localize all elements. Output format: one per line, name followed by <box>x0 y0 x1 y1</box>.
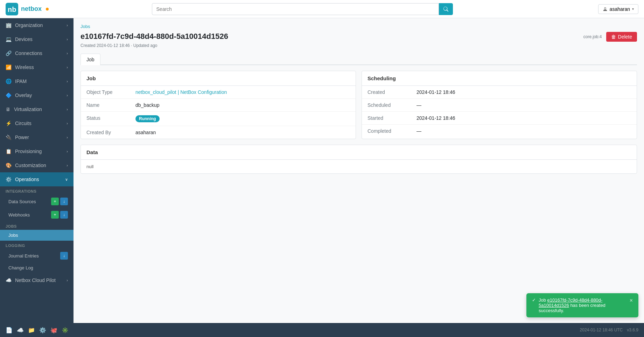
page-title: e10167fd-7c9d-48d4-880d-5a10014d1526 <box>80 32 228 41</box>
circuits-icon: ⚡ <box>6 121 12 126</box>
toast-notification: ✓ Job e10167fd-7c9d-48d4-880d-5a10014d15… <box>526 293 638 317</box>
bottom-icon-cluster[interactable]: ✳️ <box>62 327 69 333</box>
sidebar-item-devices[interactable]: 💻 Devices › <box>0 32 74 46</box>
chevron-icon: › <box>66 93 68 97</box>
sidebar-item-connections[interactable]: 🔗 Connections › <box>0 46 74 60</box>
toast-close-button[interactable]: × <box>630 297 633 304</box>
page-header: e10167fd-7c9d-48d4-880d-5a10014d1526 cor… <box>80 32 637 42</box>
sidebar-item-overlay[interactable]: 🔷 Overlay › <box>0 88 74 102</box>
customization-icon: 🎨 <box>6 163 12 168</box>
scheduling-info-table: Created 2024-01-12 18:46 Scheduled — Sta… <box>362 86 637 137</box>
chevron-icon: › <box>66 79 68 83</box>
logo-area: nb netbox <box>6 3 79 15</box>
data-card-header: Data <box>81 145 637 160</box>
sidebar-label-wireless: Wireless <box>15 64 34 70</box>
webhooks-label: Webhooks <box>8 212 30 218</box>
webhooks-import-button[interactable]: ↓ <box>60 211 68 219</box>
data-card-body: null <box>81 160 637 173</box>
sidebar-section-logging: LOGGING <box>0 241 74 249</box>
bottombar: 📄 ☁️ 📁 ⚙️ 🐙 ✳️ 2024-01-12 18:46 UTC v3.6… <box>0 323 644 337</box>
sidebar-item-wireless[interactable]: 📶 Wireless › <box>0 60 74 74</box>
webhooks-add-button[interactable]: + <box>51 211 59 219</box>
sidebar-item-netbox-cloud-pilot[interactable]: ☁️ Netbox Cloud Pilot › <box>0 273 74 287</box>
power-icon: 🔌 <box>6 135 12 140</box>
data-card: Data null <box>80 145 637 174</box>
scheduling-card: Scheduling Created 2024-01-12 18:46 Sche… <box>362 71 637 139</box>
page-subtitle: Created 2024-01-12 18:46 · Updated ago <box>80 43 637 48</box>
layout: 🏢 Organization › 💻 Devices › 🔗 Connectio… <box>0 18 644 323</box>
sidebar-label-cloud-pilot: Netbox Cloud Pilot <box>15 277 56 283</box>
created-by-label: Created By <box>81 126 130 139</box>
tab-job-label: Job <box>86 57 94 62</box>
sidebar-label-power: Power <box>15 135 29 140</box>
tab-job[interactable]: Job <box>80 54 100 65</box>
journal-entries-label: Journal Entries <box>8 253 39 259</box>
bottom-icon-folder[interactable]: 📁 <box>28 327 35 333</box>
object-type-label: Object Type <box>81 86 130 99</box>
search-button[interactable] <box>439 3 453 15</box>
data-sources-add-button[interactable]: + <box>51 198 59 205</box>
sidebar-item-operations[interactable]: ⚙️ Operations ∨ <box>0 172 74 186</box>
table-row: Created 2024-01-12 18:46 <box>362 86 637 99</box>
search-area <box>152 3 453 15</box>
user-icon <box>603 7 608 12</box>
object-type-value: netbox_cloud_pilot | NetBox Configuratio… <box>130 86 356 99</box>
bottom-icon-cloud[interactable]: ☁️ <box>17 327 24 333</box>
netbox-logo-icon: nb <box>6 3 18 15</box>
chevron-down-icon: ∨ <box>65 177 68 182</box>
toast-message: Job e10167fd-7c9d-48d4-880d-5a10014d1526… <box>539 297 627 313</box>
journal-entries-export-button[interactable]: ↓ <box>60 252 68 260</box>
sidebar-item-change-log[interactable]: Change Log <box>0 262 74 273</box>
status-badge: Running <box>135 115 160 122</box>
created-by-value: asaharan <box>130 126 356 139</box>
chevron-icon: › <box>66 107 68 111</box>
user-menu-button[interactable]: asaharan ▾ <box>598 4 638 14</box>
created-label: Created <box>362 86 411 99</box>
svg-text:nb: nb <box>8 6 16 13</box>
sidebar-item-ipam[interactable]: 🌐 IPAM › <box>0 74 74 88</box>
sidebar-item-jobs[interactable]: Jobs <box>0 230 74 241</box>
sidebar-item-organization[interactable]: 🏢 Organization › <box>0 18 74 32</box>
bottom-icon-settings[interactable]: ⚙️ <box>39 327 46 333</box>
sidebar-item-circuits[interactable]: ⚡ Circuits › <box>0 116 74 130</box>
sidebar-label-circuits: Circuits <box>15 121 31 126</box>
completed-label: Completed <box>362 125 411 138</box>
job-card-header: Job <box>81 71 356 86</box>
sidebar-item-virtualization[interactable]: 🖥 Virtualization › <box>0 102 74 116</box>
overlay-icon: 🔷 <box>6 92 12 98</box>
sidebar-section-integrations: INTEGRATIONS <box>0 186 74 195</box>
sidebar-section-jobs: JOBS <box>0 221 74 230</box>
cards-row: Job Object Type netbox_cloud_pilot | Net… <box>80 71 637 139</box>
chevron-icon: › <box>66 51 68 55</box>
job-info-table: Object Type netbox_cloud_pilot | NetBox … <box>81 86 356 139</box>
sidebar-item-webhooks[interactable]: Webhooks + ↓ <box>0 208 74 221</box>
chevron-icon: › <box>66 23 68 27</box>
sidebar-item-provisioning[interactable]: 📋 Provisioning › <box>0 144 74 158</box>
sidebar-label-operations: Operations <box>15 177 39 182</box>
table-row: Completed — <box>362 125 637 138</box>
delete-button[interactable]: 🗑 Delete <box>606 32 637 42</box>
breadcrumb: Jobs <box>80 24 637 29</box>
sidebar-item-journal-entries[interactable]: Journal Entries ↓ <box>0 249 74 262</box>
sidebar-item-power[interactable]: 🔌 Power › <box>0 130 74 144</box>
scheduling-card-body: Created 2024-01-12 18:46 Scheduled — Sta… <box>362 86 637 137</box>
sidebar-item-customization[interactable]: 🎨 Customization › <box>0 158 74 172</box>
completed-value: — <box>411 125 637 138</box>
search-input[interactable] <box>152 3 439 15</box>
object-type-link[interactable]: netbox_cloud_pilot | NetBox Configuratio… <box>135 89 227 95</box>
organization-icon: 🏢 <box>6 22 12 28</box>
change-log-label: Change Log <box>8 265 33 270</box>
chevron-icon: › <box>66 149 68 153</box>
cloud-pilot-icon: ☁️ <box>6 277 12 283</box>
table-row: Scheduled — <box>362 99 637 112</box>
ipam-icon: 🌐 <box>6 78 12 84</box>
jobs-label: Jobs <box>8 233 18 238</box>
sidebar-label-ipam: IPAM <box>15 78 27 84</box>
sidebar-item-data-sources[interactable]: Data Sources + ↓ <box>0 195 74 208</box>
scheduled-value: — <box>411 99 637 112</box>
user-chevron: ▾ <box>632 7 634 11</box>
bottom-icon-doc[interactable]: 📄 <box>6 327 13 333</box>
breadcrumb-jobs-link[interactable]: Jobs <box>80 24 90 29</box>
bottom-icon-github[interactable]: 🐙 <box>50 327 57 333</box>
data-sources-import-button[interactable]: ↓ <box>60 198 68 205</box>
